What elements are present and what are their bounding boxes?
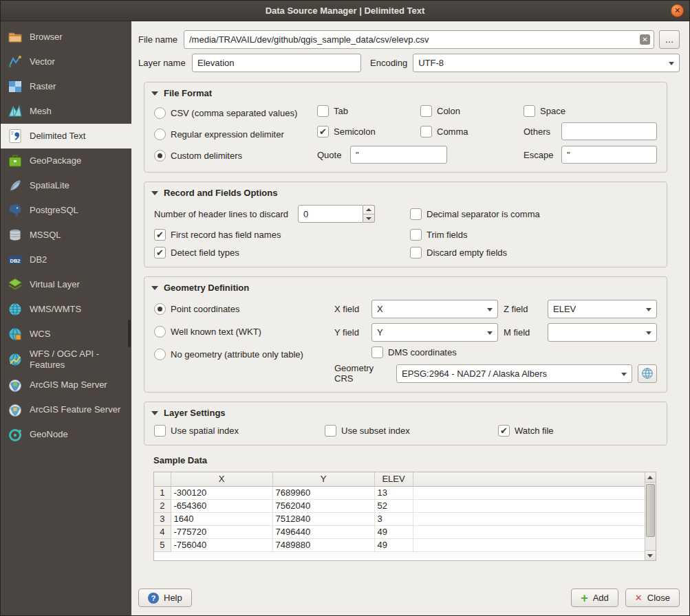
postgresql-icon (7, 202, 23, 219)
file-format-section-header[interactable]: File Format (151, 87, 657, 99)
use-subset-index-checkbox[interactable]: Use subset index (325, 425, 498, 437)
escape-label: Escape (524, 150, 556, 160)
layer-name-input[interactable] (192, 54, 361, 72)
sidebar-item-mesh[interactable]: Mesh (1, 99, 131, 124)
sidebar-item-arcgis-feature-server[interactable]: ArcGIS Feature Server (1, 398, 131, 423)
detect-field-types-checkbox[interactable]: Detect field types (154, 247, 410, 258)
vertical-scrollbar[interactable] (645, 472, 656, 560)
splitter-handle[interactable] (128, 320, 131, 347)
sidebar-item-delimited-text[interactable]: Delimited Text (1, 124, 131, 148)
discard-empty-fields-checkbox[interactable]: Discard empty fields (410, 247, 657, 258)
sidebar-item-wcs[interactable]: WCS (1, 322, 131, 346)
wms-icon (7, 301, 23, 318)
svg-text:DB2: DB2 (10, 258, 20, 264)
radio-regexp-delimiter[interactable]: Regular expression delimiter (154, 129, 317, 140)
layer-settings-section-header[interactable]: Layer Settings (151, 407, 657, 419)
radio-custom-delimiters[interactable]: Custom delimiters (154, 150, 317, 162)
encoding-select[interactable]: UTF-8 (413, 54, 680, 72)
header-lines-input[interactable] (298, 205, 363, 223)
wcs-icon (7, 326, 23, 342)
sidebar-item-label: Raster (30, 81, 56, 92)
chevron-down-icon (487, 331, 493, 335)
browse-button[interactable]: … (659, 30, 680, 49)
sidebar-item-vector[interactable]: Vector (1, 50, 131, 74)
help-button[interactable]: ? Help (138, 588, 192, 607)
sidebar-item-raster[interactable]: Raster (1, 74, 131, 99)
radio-label: Well known text (WKT) (171, 327, 261, 337)
sidebar-item-wms-wmts[interactable]: WMS/WMTS (1, 297, 131, 322)
sidebar-item-db2[interactable]: DB2 DB2 (1, 248, 131, 272)
layer-settings-body: Use spatial index Use subset index Watch… (150, 425, 657, 437)
sidebar-item-postgresql[interactable]: PostgreSQL (1, 198, 131, 223)
geometry-crs-value: EPSG:2964 - NAD27 / Alaska Albers (402, 368, 547, 379)
sidebar-item-virtual-layer[interactable]: Virtual Layer (1, 272, 131, 297)
window-title: Data Source Manager | Delimited Text (266, 6, 425, 16)
sidebar-item-spatialite[interactable]: SpatiaLite (1, 173, 131, 198)
layer-name-row: Layer name Encoding UTF-8 (138, 54, 680, 72)
cell-elev: 49 (374, 525, 413, 538)
decimal-separator-checkbox[interactable]: Decimal separator is comma (410, 208, 657, 220)
geometry-definition-section: Geometry Definition Point coordinates We… (144, 276, 667, 393)
y-field-select[interactable]: Y (371, 323, 498, 342)
comma-checkbox[interactable]: Comma (420, 126, 524, 138)
select-crs-button[interactable] (638, 364, 657, 383)
radio-no-geometry[interactable]: No geometry (attribute only table) (154, 349, 334, 360)
spin-up-button[interactable] (363, 206, 374, 214)
add-button[interactable]: + Add (571, 588, 618, 607)
file-name-row: File name ✕ … (138, 30, 680, 49)
radio-indicator (154, 326, 166, 338)
radio-csv[interactable]: CSV (comma separated values) (154, 107, 317, 119)
trim-fields-checkbox[interactable]: Trim fields (410, 229, 657, 241)
watch-file-checkbox[interactable]: Watch file (498, 425, 657, 437)
checkbox-indicator (317, 126, 329, 138)
window-close-button[interactable]: ✕ (671, 4, 684, 17)
radio-well-known-text[interactable]: Well known text (WKT) (154, 326, 334, 338)
others-input[interactable] (561, 122, 657, 140)
row-number-cell: 1 (154, 486, 171, 499)
clear-text-icon[interactable]: ✕ (640, 34, 650, 45)
scroll-up-arrow[interactable] (645, 472, 656, 483)
checkbox-indicator (154, 229, 166, 241)
file-name-input[interactable] (184, 30, 654, 49)
scrollbar-handle[interactable] (646, 484, 655, 537)
table-row: 3 1640 7512840 3 (154, 512, 645, 525)
sidebar-item-geopackage[interactable]: GeoPackage (1, 148, 131, 173)
z-field-select[interactable]: ELEV (548, 300, 657, 318)
table-row: 5 -756040 7489880 49 (154, 538, 645, 551)
use-spatial-index-checkbox[interactable]: Use spatial index (154, 425, 325, 437)
geometry-definition-section-header[interactable]: Geometry Definition (151, 282, 657, 294)
sidebar-item-geonode[interactable]: GeoNode (1, 423, 131, 448)
checkbox-indicator (410, 229, 422, 241)
spin-down-button[interactable] (363, 214, 374, 223)
data-source-manager-window: Data Source Manager | Delimited Text ✕ B… (0, 0, 690, 616)
sidebar-item-browser[interactable]: Browser (1, 25, 131, 50)
sidebar-item-mssql[interactable]: MSSQL (1, 223, 131, 248)
geometry-crs-select[interactable]: EPSG:2964 - NAD27 / Alaska Albers (396, 364, 632, 383)
sidebar-item-arcgis-map-server[interactable]: ArcGIS Map Server (1, 373, 131, 398)
layer-settings-title: Layer Settings (164, 408, 226, 418)
radio-point-coordinates[interactable]: Point coordinates (154, 303, 334, 315)
x-field-select[interactable]: X (371, 300, 498, 318)
folder-icon (7, 29, 23, 45)
checkbox-indicator (325, 425, 336, 437)
dms-coordinates-checkbox[interactable]: DMS coordinates (371, 346, 657, 358)
checkbox-label: Trim fields (427, 230, 467, 240)
titlebar[interactable]: Data Source Manager | Delimited Text ✕ (1, 1, 689, 21)
m-field-select[interactable] (548, 323, 657, 342)
close-button[interactable]: ✕ Close (625, 588, 680, 607)
record-options-section-header[interactable]: Record and Fields Options (151, 187, 657, 199)
space-checkbox[interactable]: Space (524, 105, 657, 117)
spatialite-icon (7, 177, 23, 194)
scroll-down-arrow[interactable] (645, 550, 656, 560)
colon-checkbox[interactable]: Colon (420, 105, 524, 117)
sidebar-item-wfs[interactable]: WFS / OGC API - Features (1, 346, 131, 373)
tab-checkbox[interactable]: Tab (317, 105, 420, 117)
escape-input[interactable] (561, 146, 657, 164)
spin-buttons (363, 205, 375, 223)
semicolon-checkbox[interactable]: Semicolon (317, 126, 420, 138)
first-record-has-field-names-checkbox[interactable]: First record has field names (154, 229, 410, 241)
sidebar-item-label: Delimited Text (30, 131, 85, 142)
collapse-arrow-icon (151, 411, 158, 415)
quote-input[interactable] (350, 146, 447, 164)
cell-x: 1640 (171, 512, 272, 525)
